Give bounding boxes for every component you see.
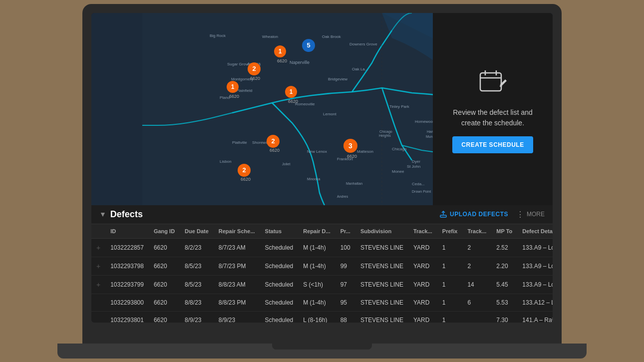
- map-pin-2a[interactable]: 2: [248, 62, 261, 75]
- cell-repair-sch: 8/9/23: [214, 311, 260, 323]
- cell-due-date: 8/5/23: [180, 257, 214, 275]
- cell-prefix: 1: [437, 311, 463, 323]
- defects-section-title: Defects: [110, 209, 143, 220]
- table-row[interactable]: + 1032293798 6620 8/5/23 8/7/23 PM Sched…: [91, 257, 553, 275]
- cell-gang-id: 6620: [149, 311, 180, 323]
- cell-track1: YARD: [408, 275, 437, 294]
- svg-text:Chicago: Chicago: [379, 130, 392, 134]
- map-pin-1b[interactable]: 1: [227, 81, 239, 93]
- svg-text:Oak Brook: Oak Brook: [322, 34, 341, 39]
- svg-text:Dyer: Dyer: [412, 159, 420, 164]
- table-header: ID Gang ID Due Date Repair Sche... Statu…: [91, 224, 553, 239]
- expand-cell[interactable]: +: [91, 275, 105, 294]
- cell-mp-to: 7.30: [491, 311, 517, 323]
- th-repair-d: Repair D...: [298, 224, 335, 239]
- cell-repair-sch: 8/8/23 AM: [214, 275, 260, 294]
- cell-prefix: 1: [437, 238, 463, 257]
- review-text: Review the defect list and create the sc…: [443, 107, 543, 128]
- cell-pr: 88: [335, 311, 355, 323]
- map-pin-3[interactable]: 3: [343, 139, 357, 153]
- calendar-pen-icon: [478, 67, 508, 97]
- table-row[interactable]: + 1032293799 6620 8/5/23 8/8/23 AM Sched…: [91, 275, 553, 294]
- svg-text:Naperville: Naperville: [290, 60, 310, 65]
- th-subdivision: Subdivision: [355, 224, 408, 239]
- pin-label-2a: 6620: [250, 76, 260, 81]
- expand-cell[interactable]: [91, 294, 105, 311]
- cell-repair-sch: 8/7/23 PM: [214, 257, 260, 275]
- expand-cell[interactable]: +: [91, 257, 105, 275]
- cell-due-date: 8/2/23: [180, 238, 214, 257]
- svg-text:Chicago: Chicago: [392, 147, 407, 151]
- map-pin-2c[interactable]: 2: [238, 164, 251, 177]
- table-row[interactable]: 1032293800 6620 8/8/23 8/8/23 PM Schedul…: [91, 294, 553, 311]
- cell-track2: 2: [462, 238, 491, 257]
- map-pin-1a[interactable]: 1: [274, 45, 286, 57]
- chevron-down-icon[interactable]: ▼: [99, 210, 106, 218]
- svg-text:Wheaton: Wheaton: [262, 34, 278, 39]
- svg-text:Big Rock: Big Rock: [210, 33, 226, 38]
- table-scroll-container[interactable]: ID Gang ID Due Date Repair Sche... Statu…: [91, 224, 553, 323]
- cell-gang-id: 6620: [149, 238, 180, 257]
- cell-subdivision: STEVENS LINE: [355, 238, 408, 257]
- pin-label-1b: 6620: [229, 94, 239, 99]
- svg-text:Manhattan: Manhattan: [346, 182, 362, 185]
- pin-label-2c: 6620: [241, 177, 251, 182]
- map-pin-5[interactable]: 5: [302, 39, 315, 52]
- cell-pr: 97: [335, 275, 355, 294]
- cell-id: 1032293799: [105, 275, 149, 294]
- svg-text:Plano: Plano: [220, 95, 230, 100]
- cell-repair-sch: 8/7/23 AM: [214, 238, 260, 257]
- cell-defect-detail: 133.A12 – Loose, worn,...: [517, 294, 553, 311]
- svg-text:St John: St John: [407, 164, 420, 169]
- svg-text:Downers Grove: Downers Grove: [349, 42, 377, 46]
- svg-text:New Lenox: New Lenox: [307, 149, 327, 154]
- svg-text:Monee: Monee: [392, 169, 404, 174]
- defects-title-row: ▼ Defects: [99, 209, 143, 220]
- th-expand: [91, 224, 105, 239]
- cell-track2: 6: [462, 294, 491, 311]
- cell-track1: YARD: [408, 238, 437, 257]
- svg-text:Lisbon: Lisbon: [220, 159, 232, 164]
- map-pin-1c[interactable]: 1: [285, 86, 297, 98]
- cell-status: Scheduled: [260, 311, 299, 323]
- cell-repair-d: M (1-4h): [298, 257, 335, 275]
- cell-pr: 95: [335, 294, 355, 311]
- expand-cell[interactable]: [91, 311, 105, 323]
- table-row[interactable]: + 1032222857 6620 8/2/23 8/7/23 AM Sched…: [91, 238, 553, 257]
- svg-text:Bridgeview: Bridgeview: [328, 77, 347, 81]
- cell-mp-to: 5.53: [491, 294, 517, 311]
- cell-track1: YARD: [408, 294, 437, 311]
- pin-label-3: 6620: [347, 154, 357, 159]
- cell-status: Scheduled: [260, 294, 299, 311]
- cell-repair-sch: 8/8/23 PM: [214, 294, 260, 311]
- svg-text:Minooka: Minooka: [307, 177, 321, 181]
- map-section: Aurora Naperville Plano Plattville Shore…: [91, 13, 553, 205]
- defects-table-body: + 1032222857 6620 8/2/23 8/7/23 AM Sched…: [91, 238, 553, 323]
- upload-defects-button[interactable]: UPLOAD DEFECTS: [440, 211, 508, 218]
- expand-cell[interactable]: +: [91, 238, 105, 257]
- cell-mp-to: 2.20: [491, 257, 517, 275]
- cell-status: Scheduled: [260, 275, 299, 294]
- cell-defect-detail: 133.A9 – Loose or missi...: [517, 275, 553, 294]
- create-schedule-button[interactable]: CREATE SCHEDULE: [452, 136, 533, 153]
- cell-due-date: 8/5/23: [180, 275, 214, 294]
- table-row[interactable]: 1032293801 6620 8/9/23 8/9/23 Scheduled …: [91, 311, 553, 323]
- defects-table: ID Gang ID Due Date Repair Sche... Statu…: [91, 224, 553, 323]
- more-button[interactable]: ⋮ MORE: [516, 210, 545, 219]
- map-pin-2b[interactable]: 2: [267, 135, 280, 148]
- svg-text:Andres: Andres: [337, 195, 348, 198]
- th-track1: Track...: [408, 224, 437, 239]
- th-prefix: Prefix: [437, 224, 463, 239]
- cell-subdivision: STEVENS LINE: [355, 294, 408, 311]
- calendar-icon-container: [475, 64, 510, 99]
- th-mp-to: MP To: [491, 224, 517, 239]
- cell-pr: 100: [335, 238, 355, 257]
- laptop-screen: Aurora Naperville Plano Plattville Shore…: [91, 13, 553, 323]
- table-actions: UPLOAD DEFECTS ⋮ MORE: [440, 210, 545, 219]
- table-header-bar: ▼ Defects UPLOAD DEFECTS: [91, 205, 553, 224]
- more-dots-icon: ⋮: [516, 210, 525, 219]
- cell-id: 1032293798: [105, 257, 149, 275]
- svg-text:Joliet: Joliet: [282, 162, 290, 166]
- cell-prefix: 1: [437, 275, 463, 294]
- cell-due-date: 8/8/23: [180, 294, 214, 311]
